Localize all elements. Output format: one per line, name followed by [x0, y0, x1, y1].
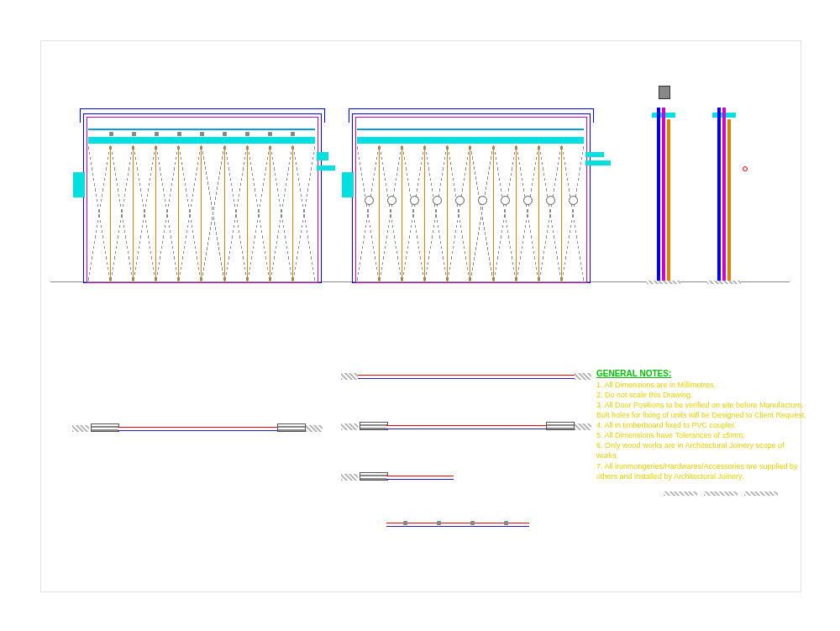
door-leaf	[134, 145, 156, 281]
general-notes: GENERAL NOTES: 1. All Dimensions are in …	[596, 368, 806, 481]
door-track-plan	[386, 425, 546, 429]
folded-leaves-right	[277, 423, 306, 432]
porthole	[410, 196, 419, 205]
door-leaf	[179, 145, 202, 281]
door-leaf	[448, 145, 470, 281]
top-track	[357, 129, 584, 130]
porthole	[455, 196, 465, 205]
notes-item: 7. All ironmongeries/Hardwares/Accessori…	[596, 461, 806, 481]
jamb-outer	[657, 108, 660, 282]
elevation-inside	[357, 122, 584, 281]
detail-hatch	[664, 492, 697, 496]
folded-leaves-left	[360, 422, 388, 430]
porthole	[569, 196, 578, 205]
door-leaf	[425, 145, 448, 281]
dim-tag-right	[585, 160, 611, 166]
door-track-plan	[358, 375, 575, 379]
dim-tag-right	[317, 152, 328, 160]
motor-icon	[659, 86, 670, 99]
door-leaf	[225, 145, 248, 281]
door-leaf	[470, 145, 493, 281]
top-track	[88, 129, 315, 130]
notes-item: 2. Do not scale this Drawing.	[596, 390, 806, 400]
notes-item: 3. All Door Positions to be verified on …	[596, 400, 806, 420]
porthole	[546, 196, 555, 205]
jamb-wall	[575, 373, 591, 380]
door-leaf	[517, 145, 539, 281]
porthole	[433, 196, 442, 205]
door-leaf	[357, 145, 380, 281]
door-leaf	[111, 145, 134, 281]
door-leaf	[293, 145, 315, 281]
detail-hatch	[744, 492, 778, 496]
jamb-wall	[341, 474, 358, 481]
door-leaf	[494, 145, 517, 281]
dim-tag-right	[585, 152, 604, 157]
notes-item: 6. Only wood works are in Architectural …	[596, 440, 806, 460]
door-track-plan	[386, 476, 454, 480]
door-leaf	[156, 145, 179, 281]
dim-tag-right	[317, 166, 335, 171]
door-leaf	[402, 145, 425, 281]
plan-closed	[353, 368, 580, 386]
door-leaf	[270, 145, 293, 281]
section-a	[652, 108, 685, 282]
jamb-wall	[72, 425, 89, 432]
notes-heading: GENERAL NOTES:	[596, 368, 806, 380]
floor-hatch	[647, 281, 680, 284]
door-leaf	[380, 145, 402, 281]
jamb-wall	[575, 423, 591, 430]
jamb-outer	[717, 108, 721, 282]
jamb-highlight-left	[73, 172, 85, 197]
leaf-row	[88, 145, 315, 281]
plan-open-centre	[353, 418, 580, 437]
threshold-detail	[664, 492, 781, 500]
porthole	[523, 196, 533, 205]
detail-hatch	[704, 492, 738, 496]
jamb-inner	[662, 108, 665, 282]
door-leaf	[248, 145, 270, 281]
door-leaf	[88, 145, 111, 281]
folded-leaves-right	[546, 422, 575, 430]
head-rail-highlight	[357, 137, 584, 144]
folded-leaves-left	[360, 472, 388, 481]
jamb-wall	[341, 423, 358, 430]
leaf-post	[727, 119, 731, 282]
notes-item: 5. All Dimensions have Tolerances of ±5m…	[596, 430, 806, 440]
jamb-wall	[306, 425, 323, 432]
notes-item: 1. All Dimensions are in Millimetres.	[596, 380, 806, 390]
door-leaf	[539, 145, 562, 281]
jamb-wall	[341, 373, 358, 380]
folded-leaves-left	[91, 423, 119, 432]
porthole	[501, 196, 510, 205]
plan-partial	[353, 469, 479, 487]
plan-bottom-track-detail	[386, 521, 529, 529]
section-b	[712, 108, 746, 282]
plan-open-left	[84, 420, 311, 439]
jamb-inner	[722, 108, 726, 282]
door-track-plan	[118, 427, 277, 431]
leaf-row	[357, 145, 584, 281]
porthole	[387, 196, 396, 205]
elevation-outside	[88, 122, 315, 281]
drawing-canvas: GENERAL NOTES: 1. All Dimensions are in …	[0, 0, 840, 631]
door-leaf	[562, 145, 584, 281]
jamb-highlight-left	[342, 172, 354, 197]
head-rail-highlight	[88, 137, 315, 144]
leaf-post	[667, 119, 670, 282]
door-leaf	[202, 145, 224, 281]
ref-dot	[743, 166, 748, 171]
porthole	[478, 196, 487, 205]
floor-hatch	[707, 281, 741, 284]
notes-item: 4. All in timberboard fixed to PVC coupl…	[596, 420, 806, 430]
porthole	[365, 196, 374, 205]
